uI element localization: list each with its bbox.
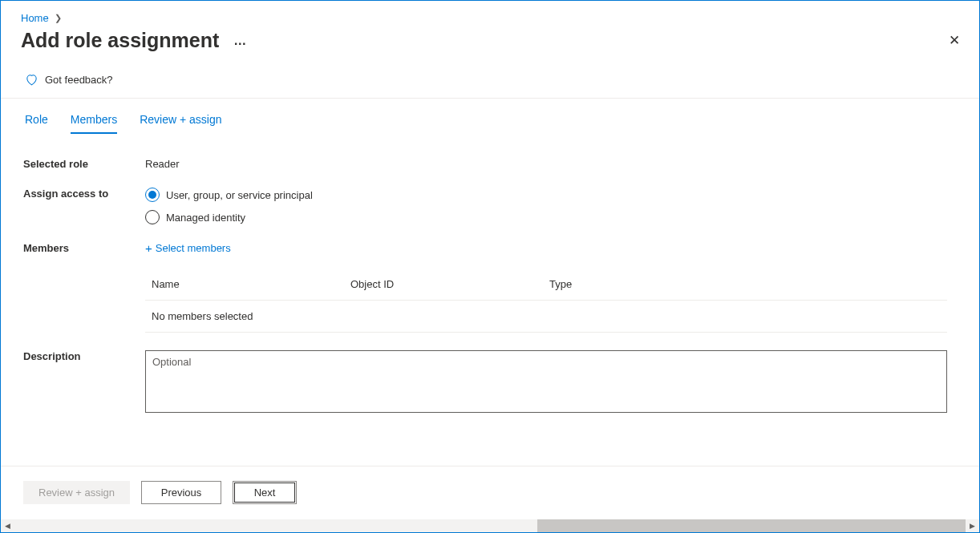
radio-selected-icon bbox=[145, 188, 160, 202]
radio-user-group-principal[interactable]: User, group, or service principal bbox=[145, 188, 957, 202]
description-label: Description bbox=[23, 350, 145, 362]
table-header-objectid: Object ID bbox=[350, 278, 549, 290]
radio-managed-identity-label: Managed identity bbox=[166, 212, 245, 224]
heart-icon bbox=[25, 73, 38, 87]
close-button[interactable]: ✕ bbox=[944, 27, 965, 54]
select-members-text: Select members bbox=[156, 242, 231, 254]
feedback-label: Got feedback? bbox=[45, 74, 113, 86]
scrollbar-thumb[interactable] bbox=[537, 519, 966, 532]
selected-role-value: Reader bbox=[145, 158, 957, 170]
breadcrumb: Home ❯ bbox=[1, 1, 979, 24]
page-title-text: Add role assignment bbox=[21, 29, 219, 52]
table-empty-row: No members selected bbox=[145, 301, 947, 333]
close-icon: ✕ bbox=[949, 33, 960, 48]
plus-icon: + bbox=[145, 242, 152, 254]
tab-role[interactable]: Role bbox=[25, 113, 48, 134]
assign-access-label: Assign access to bbox=[23, 188, 145, 200]
next-button[interactable]: Next bbox=[233, 481, 297, 504]
description-input[interactable] bbox=[145, 350, 947, 413]
table-header-type: Type bbox=[549, 278, 941, 290]
table-header-name: Name bbox=[152, 278, 350, 290]
tabs: Role Members Review + assign bbox=[1, 99, 979, 134]
content-scroll-area[interactable]: Role Members Review + assign Selected ro… bbox=[1, 99, 979, 466]
tab-members[interactable]: Members bbox=[71, 113, 117, 134]
radio-unselected-icon bbox=[145, 210, 160, 224]
scroll-left-arrow-icon[interactable]: ◀ bbox=[1, 519, 14, 533]
more-actions-icon[interactable]: … bbox=[233, 34, 248, 48]
feedback-link[interactable]: Got feedback? bbox=[1, 54, 979, 98]
members-label: Members bbox=[23, 242, 145, 254]
scroll-right-arrow-icon[interactable]: ▶ bbox=[966, 519, 979, 533]
selected-role-label: Selected role bbox=[23, 158, 145, 170]
previous-button[interactable]: Previous bbox=[141, 481, 221, 504]
select-members-link[interactable]: + Select members bbox=[145, 242, 957, 254]
page-title: Add role assignment … bbox=[21, 29, 248, 52]
members-table: Name Object ID Type No members selected bbox=[145, 269, 947, 333]
tab-review-assign[interactable]: Review + assign bbox=[140, 113, 221, 134]
radio-user-group-label: User, group, or service principal bbox=[166, 189, 313, 201]
footer: Review + assign Previous Next bbox=[1, 466, 979, 519]
radio-managed-identity[interactable]: Managed identity bbox=[145, 210, 957, 224]
horizontal-scrollbar[interactable]: ◀ ▶ bbox=[1, 519, 979, 532]
breadcrumb-home-link[interactable]: Home bbox=[21, 12, 49, 24]
chevron-right-icon: ❯ bbox=[55, 13, 62, 22]
review-assign-button: Review + assign bbox=[23, 481, 130, 504]
